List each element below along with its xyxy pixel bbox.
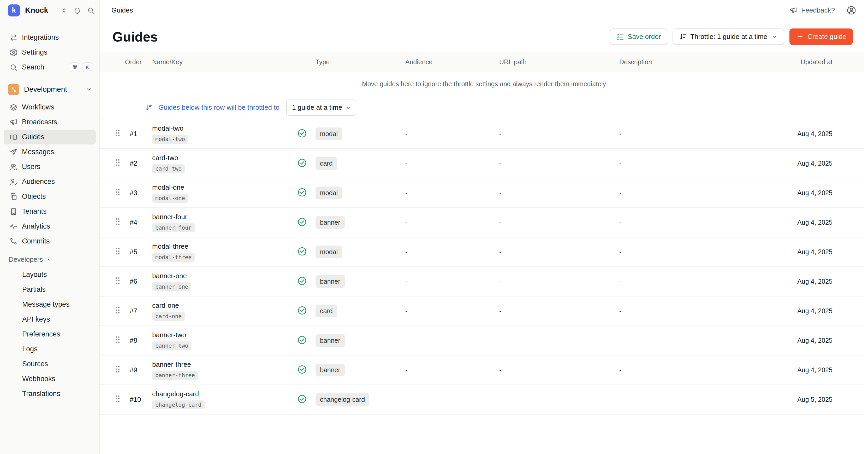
sidebar-item[interactable]: Commits — [4, 234, 96, 249]
drag-handle-icon[interactable] — [114, 158, 122, 170]
search-icon[interactable] — [87, 6, 95, 15]
drag-handle-icon[interactable] — [114, 217, 122, 229]
throttle-divider-label: Guides below this row will be throttled … — [158, 104, 279, 112]
user-menu-icon[interactable] — [846, 5, 857, 16]
drag-handle-icon[interactable] — [114, 394, 122, 406]
guide-name: banner-two — [152, 331, 186, 339]
sidebar-item[interactable]: Settings — [4, 45, 96, 60]
bell-icon[interactable] — [73, 6, 81, 15]
scrollbar-track[interactable] — [864, 0, 868, 454]
guide-url-path: - — [499, 159, 619, 167]
guide-type-badge: modal — [315, 187, 342, 199]
guide-row[interactable]: #6 banner-one banner-one banner - - - Au… — [100, 267, 868, 296]
sidebar-item[interactable]: Objects — [4, 189, 96, 204]
guide-row[interactable]: #1 modal-two modal-two modal - - - Aug 4… — [100, 119, 868, 149]
sidebar-item[interactable]: Messages — [4, 144, 96, 159]
sidebar-subitem[interactable]: Layouts — [14, 267, 99, 282]
create-guide-button[interactable]: Create guide — [789, 28, 853, 45]
sidebar-item[interactable]: Guides — [4, 130, 96, 144]
guide-order: #9 — [125, 366, 152, 374]
save-order-button[interactable]: Save order — [610, 28, 667, 45]
sidebar-subitem[interactable]: Translations — [14, 386, 99, 401]
guide-row[interactable]: #4 banner-four banner-four banner - - - … — [100, 208, 868, 237]
guide-type-badge: card — [315, 157, 337, 170]
drop-zone-text: Move guides here to ignore the throttle … — [362, 80, 606, 88]
sidebar-item[interactable]: Tenants — [4, 204, 96, 219]
sidebar-subitem[interactable]: Webhooks — [14, 371, 99, 386]
sidebar-item-label: Users — [22, 163, 40, 171]
objects-icon — [9, 193, 18, 201]
sidebar-subitem[interactable]: Partials — [14, 282, 99, 297]
guide-name-cell: banner-two banner-two — [152, 331, 297, 350]
users-icon — [9, 163, 18, 171]
sidebar-item[interactable]: Integrations — [4, 30, 96, 45]
sidebar-item[interactable]: Broadcasts — [4, 115, 96, 130]
col-description: Description — [619, 58, 754, 66]
guide-key-badge: modal-three — [152, 253, 195, 262]
guide-status-cell — [297, 335, 315, 346]
sidebar-item[interactable]: Users — [4, 159, 96, 174]
guide-row[interactable]: #10 changelog-card changelog-card change… — [100, 385, 868, 415]
throttle-dropdown-button[interactable]: Throttle: 1 guide at a time — [673, 28, 784, 45]
drag-handle-icon[interactable] — [114, 128, 122, 140]
check-circle-icon — [297, 335, 307, 345]
sidebar-subitem[interactable]: Sources — [14, 357, 99, 371]
sidebar-subitem[interactable]: Preferences — [14, 327, 99, 342]
throttle-value-dropdown[interactable]: 1 guide at a time — [286, 100, 356, 116]
guide-name-cell: card-two card-two — [152, 154, 297, 173]
unthrottled-drop-zone[interactable]: Move guides here to ignore the throttle … — [100, 73, 868, 95]
drag-handle-icon[interactable] — [114, 335, 122, 347]
feedback-button[interactable]: Feedback? — [789, 6, 835, 15]
topbar: Guides Feedback? — [100, 0, 868, 21]
sidebar-item[interactable]: Audiences — [4, 174, 96, 189]
drag-handle-icon[interactable] — [114, 246, 122, 258]
guide-description: - — [619, 218, 754, 226]
page-actions: Save order Throttle: 1 guide at a time C… — [610, 28, 853, 45]
sidebar-item[interactable]: Analytics — [4, 219, 96, 234]
drag-handle-icon[interactable] — [114, 364, 122, 376]
check-circle-icon — [297, 394, 307, 404]
breadcrumb[interactable]: Guides — [112, 6, 133, 15]
drag-handle-icon[interactable] — [114, 276, 122, 288]
guide-description: - — [619, 307, 754, 315]
sidebar-subitem[interactable]: API keys — [14, 312, 99, 327]
developers-label: Developers — [9, 255, 43, 263]
col-name-key: Name/Key — [152, 58, 297, 66]
guide-updated-at: Aug 4, 2025 — [754, 189, 833, 197]
guide-row[interactable]: #2 card-two card-two card - - - Aug 4, 2… — [100, 149, 868, 178]
sidebar-subitem[interactable]: Message types — [14, 297, 99, 312]
guide-type-cell: banner — [315, 216, 405, 229]
sidebar-item[interactable]: Workflows — [4, 100, 96, 115]
guide-row[interactable]: #3 modal-one modal-one modal - - - Aug 4… — [100, 178, 868, 208]
megaphone-icon — [789, 6, 798, 15]
sidebar-subitem-label: Sources — [22, 360, 48, 368]
guide-row[interactable]: #8 banner-two banner-two banner - - - Au… — [100, 326, 868, 356]
guide-order: #1 — [125, 130, 152, 138]
guide-order: #10 — [125, 396, 152, 404]
sidebar-item[interactable]: Search ⌘ K — [4, 60, 96, 75]
guide-row[interactable]: #9 banner-three banner-three banner - - … — [100, 356, 868, 385]
drag-handle-icon[interactable] — [114, 187, 122, 199]
chevron-down-icon — [771, 33, 778, 40]
sidebar-subitem-label: Webhooks — [22, 375, 55, 383]
broadcasts-icon — [9, 118, 18, 126]
guide-row[interactable]: #5 modal-three modal-three modal - - - A… — [100, 237, 868, 267]
guide-key-badge: card-one — [152, 312, 185, 321]
guide-status-cell — [297, 365, 315, 375]
guide-row[interactable]: #7 card-one card-one card - - - Aug 4, 2… — [100, 296, 868, 326]
selector-icon[interactable] — [61, 7, 68, 14]
sidebar-top-nav: Integrations Settings Search ⌘ K — [0, 21, 99, 75]
guide-status-cell — [297, 276, 315, 287]
drag-handle-icon[interactable] — [114, 305, 122, 317]
developers-section-header[interactable]: Developers — [0, 255, 99, 263]
environment-switcher[interactable]: Development — [4, 81, 96, 98]
guide-type-cell: banner — [315, 275, 405, 288]
guide-status-cell — [297, 129, 315, 139]
guide-order: #8 — [125, 336, 152, 345]
sidebar-item-label: Integrations — [22, 33, 59, 41]
audiences-icon — [9, 178, 18, 186]
commits-icon — [9, 237, 18, 246]
drag-handle-cell — [111, 217, 125, 229]
sidebar-subitem[interactable]: Logs — [14, 342, 99, 357]
workspace-switcher[interactable]: k Knock — [0, 0, 99, 21]
